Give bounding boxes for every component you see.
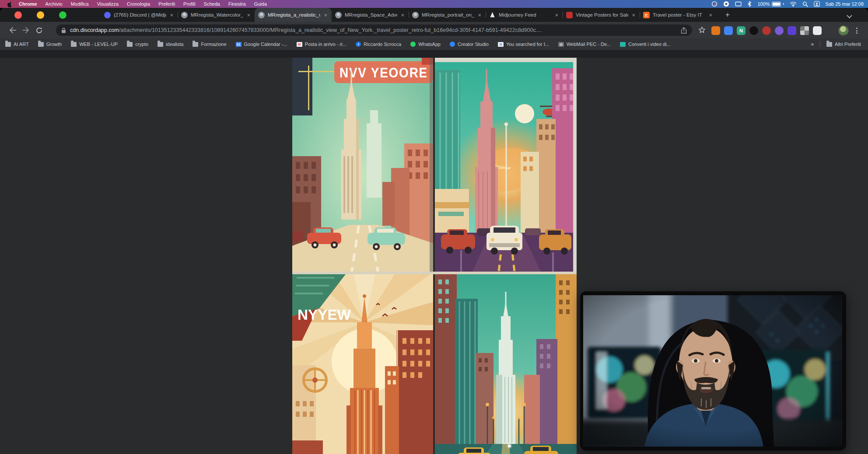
menubar-item-preferiti[interactable]: Preferiti: [158, 1, 175, 7]
apple-icon[interactable]: [7, 1, 13, 7]
calendar-icon: 31: [236, 42, 242, 47]
bookmark-webmail-pec-de-[interactable]: @WebMail PEC - De...: [558, 42, 611, 47]
menubar-item-cronologia[interactable]: Cronologia: [127, 1, 150, 7]
tab-search-chevron-icon[interactable]: [847, 13, 852, 18]
url-bar[interactable]: cdn.discordapp.com /attachments/10135123…: [56, 24, 692, 36]
profile-avatar[interactable]: [838, 25, 849, 36]
bookmark-formazione[interactable]: Formazione: [192, 42, 226, 47]
user-switch-icon[interactable]: [814, 1, 820, 7]
tab-travel-poster-etsy-it[interactable]: ETravel poster - Etsy IT×: [640, 8, 717, 22]
lock-icon[interactable]: [61, 28, 66, 33]
poster-top-left[interactable]: NVV YEOORE: [292, 58, 433, 272]
sidebar-icon[interactable]: [826, 26, 834, 35]
black-extension-icon[interactable]: [749, 26, 758, 35]
tab-label: MRregista_portrait_on_a_: [422, 12, 474, 17]
poster-top-right[interactable]: [435, 58, 577, 272]
bookmark-idealista[interactable]: idealista: [158, 42, 183, 47]
menubar-item-modifica[interactable]: Modifica: [71, 1, 89, 7]
display-icon[interactable]: [735, 1, 742, 7]
close-tab-icon[interactable]: ×: [246, 12, 251, 18]
menubar-item-visualizza[interactable]: Visualizza: [97, 1, 119, 7]
tab-midjourney-feed[interactable]: Midjourney Feed×: [486, 8, 563, 22]
bookmark-growth[interactable]: Growth: [38, 42, 62, 47]
midjourney-image-grid[interactable]: NVV YEOORE: [292, 58, 577, 454]
share-icon[interactable]: [681, 27, 687, 34]
bluetooth-icon[interactable]: [747, 1, 752, 7]
folder-icon: [192, 42, 198, 47]
webmail-icon: @: [558, 42, 564, 47]
bookmark-converti-i-video-di-[interactable]: Converti i video di...: [620, 42, 671, 47]
close-window-button[interactable]: [14, 11, 22, 19]
whatsapp-icon: [410, 42, 416, 47]
bookmark-posta-in-arrivo-ri-[interactable]: MPosta in arrivo - ri...: [297, 42, 346, 47]
bookmark-label: Creator Studio: [458, 42, 489, 47]
folder-icon: [127, 42, 133, 47]
green-n-extension-icon[interactable]: N: [737, 26, 746, 35]
url-domain: cdn.discordapp.com: [70, 27, 119, 33]
menubar-item-chrome[interactable]: Chrome: [19, 1, 37, 7]
zoom-window-button[interactable]: [59, 11, 66, 19]
close-tab-icon[interactable]: ×: [477, 12, 482, 18]
menubar-item-finestra[interactable]: Finestra: [228, 1, 246, 7]
forward-button[interactable]: [19, 24, 32, 36]
bookmark-crypto[interactable]: crypto: [127, 42, 148, 47]
reload-button[interactable]: [32, 24, 46, 36]
close-tab-icon[interactable]: ×: [169, 12, 174, 18]
extensions-puzzle-icon[interactable]: [813, 26, 822, 35]
blue-extension-icon[interactable]: [724, 26, 733, 35]
poster-bottom-left[interactable]: NYYEW: [292, 274, 433, 454]
webcam-overlay: [580, 291, 846, 451]
back-button[interactable]: [6, 24, 19, 36]
close-tab-icon[interactable]: ×: [554, 12, 559, 18]
tab-mrregista-space-advent[interactable]: MRregista_Space_Advent×: [332, 8, 409, 22]
bookmark-web-level-up[interactable]: WEB - LEVEL-UP: [71, 42, 118, 47]
tab-mrregista-a-realistic-vie[interactable]: MRregista_a_realistic_vie×: [255, 8, 332, 22]
gsearch-icon: G: [498, 42, 504, 47]
battery-indicator[interactable]: 100%: [757, 1, 784, 7]
tab-mrregista-watercolor-pa[interactable]: MRregista_Watercolor_Pa×: [178, 8, 255, 22]
bookmark-creator-studio[interactable]: Creator Studio: [450, 42, 489, 47]
chrome-menu-dots-icon[interactable]: [854, 28, 860, 34]
window-controls: [0, 8, 74, 22]
bookmark-google-calendar-[interactable]: 31Google Calendar -...: [236, 42, 287, 47]
bookmark-riccardo-scrocca[interactable]: fRiccardo Scrocca: [356, 42, 401, 47]
metamask-extension-icon[interactable]: [711, 26, 720, 35]
wifi-icon[interactable]: [790, 1, 797, 7]
bookmark-star-icon[interactable]: [698, 26, 706, 35]
tab-label: MRregista_a_realistic_vie: [268, 12, 320, 17]
etsy-icon: E: [643, 12, 650, 18]
globe-icon: [181, 12, 188, 18]
menubar-item-profili[interactable]: Profili: [183, 1, 196, 7]
new-tab-button[interactable]: +: [721, 8, 734, 22]
minimize-window-button[interactable]: [37, 11, 44, 19]
tab-label: MRregista_Space_Advent: [345, 12, 397, 17]
purple-extension-icon[interactable]: [775, 26, 784, 35]
spotlight-search-icon[interactable]: [802, 1, 808, 7]
poster-bottom-right[interactable]: [435, 274, 577, 454]
menubar-clock[interactable]: Sab 25 mar 12:08: [826, 1, 864, 7]
close-tab-icon[interactable]: ×: [400, 12, 405, 18]
menubar-item-archivio[interactable]: Archivio: [46, 1, 63, 7]
tab--2765-discord-midjou[interactable]: (2765) Discord | @Midjou×: [101, 8, 178, 22]
tab-vintage-posters-for-sale-[interactable]: Vintage Posters for Sale |×: [563, 8, 640, 22]
bookmark-you-searched-for-i-[interactable]: GYou searched for I...: [498, 42, 549, 47]
close-tab-icon[interactable]: ×: [631, 12, 636, 18]
bookmarks-overflow-chevron[interactable]: »: [811, 41, 814, 47]
other-bookmarks-folder[interactable]: Altri Preferiti: [826, 42, 861, 47]
shortcuts-icon[interactable]: [723, 1, 729, 7]
bookmarks-bar: AI ARTGrowthWEB - LEVEL-UPcryptoidealist…: [0, 38, 868, 50]
screen-record-icon[interactable]: [711, 1, 718, 7]
violet-extension-icon[interactable]: [788, 26, 796, 35]
bookmark-ai-art[interactable]: AI ART: [5, 42, 29, 47]
close-tab-icon[interactable]: ×: [708, 12, 713, 18]
grid-extension-icon[interactable]: [800, 26, 809, 35]
close-tab-icon[interactable]: ×: [323, 12, 328, 18]
globe-icon: [258, 12, 265, 18]
facebook-icon: f: [356, 42, 361, 47]
tab-mrregista-portrait-on-a-[interactable]: MRregista_portrait_on_a_×: [409, 8, 486, 22]
red-key-extension-icon[interactable]: [762, 26, 771, 35]
menubar-item-scheda[interactable]: Scheda: [204, 1, 220, 7]
sail-icon: [489, 12, 496, 18]
menubar-item-guida[interactable]: Guida: [254, 1, 267, 7]
bookmark-whatsapp[interactable]: WhatsApp: [410, 42, 441, 47]
